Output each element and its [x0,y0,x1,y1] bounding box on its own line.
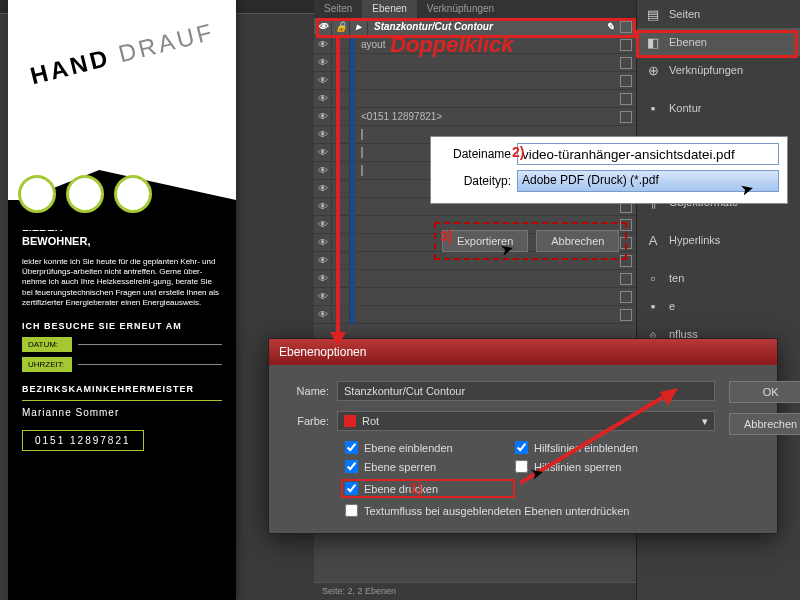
dlg-name-label: Name: [285,385,337,397]
export-filetype-select[interactable]: Adobe PDF (Druck) (*.pdf [517,170,779,192]
eye-icon[interactable]: 👁 [314,180,332,198]
tab-verknuepfungen[interactable]: Verknüpfungen [417,0,504,18]
doc-paragraph: leider konnte ich Sie heute für die gepl… [22,257,222,309]
eye-icon[interactable]: 👁 [314,54,332,72]
field-date: DATUM: [22,337,72,352]
ck-ebene-drucken[interactable]: Ebene drucken [341,479,515,498]
panel-icon: ▫ [645,270,661,286]
pen-icon[interactable]: ✎ [606,21,614,32]
dlg-name-input[interactable] [337,381,715,401]
panel-icon: ◧ [645,34,661,50]
layer-swatch[interactable] [620,309,632,321]
eye-icon[interactable]: 👁 [314,72,332,90]
layer-row[interactable]: 👁 [314,288,636,306]
eye-icon[interactable]: 👁 [314,252,332,270]
dlg-cancel-button[interactable]: Abbrechen [729,413,800,435]
panel-icon: A [645,232,661,248]
tab-ebenen[interactable]: Ebenen [362,0,416,18]
panel-e[interactable]: ▪e [637,292,800,320]
layer-row[interactable]: 👁 [314,270,636,288]
layer-swatch[interactable] [620,39,632,51]
eye-icon[interactable]: 👁 [314,36,332,54]
panel-label: Kontur [669,102,701,114]
eye-icon[interactable]: 👁 [314,234,332,252]
panel-hyperlinks[interactable]: AHyperlinks [637,226,800,254]
eye-icon[interactable]: 👁 [314,108,332,126]
field-time: UHRZEIT: [22,357,72,372]
ck-hilfslinien-sperren[interactable]: Hilfslinien sperren [515,460,715,473]
ck-ebene-einblenden[interactable]: Ebene einblenden [345,441,515,454]
layer-name: ayout [355,39,620,50]
eye-icon[interactable]: 👁 [314,270,332,288]
panel-kontur[interactable]: ▪Kontur [637,94,800,122]
doc-heading: LIEBER BEWOHNER, [22,220,222,249]
export-name-label: Dateiname [439,147,517,161]
eye-icon[interactable]: 👁 [314,216,332,234]
bubble-icon: ▦ [18,175,56,213]
export-dialog-fragment: Dateiname Dateityp: Adobe PDF (Druck) (*… [430,136,788,204]
layer-swatch[interactable] [620,273,632,285]
panel-verknüpfungen[interactable]: ⊕Verknüpfungen [637,56,800,84]
export-buttons: Exportieren Abbrechen [434,222,627,260]
ck-hilfslinien-einblenden[interactable]: Hilfslinien einblenden [515,441,715,454]
anno-1: 1) [410,480,422,496]
layer-swatch[interactable] [620,57,632,69]
panel-seiten[interactable]: ▤Seiten [637,0,800,28]
doc-title: HAND DRAUF [27,18,217,91]
layer-options-dialog: Ebenenoptionen Name: Farbe: Rot▾ Ebene e… [268,338,778,534]
layer-swatch[interactable] [361,147,363,158]
layer-row[interactable]: 👁 [314,72,636,90]
layer-name: <0151 12897821> [355,111,620,122]
panel-label: Hyperlinks [669,234,720,246]
layer-row[interactable]: 👁ayout [314,36,636,54]
panel-icon: ▪ [645,100,661,116]
panel-icon: ⊕ [645,62,661,78]
dialog-title: Ebenenoptionen [269,339,777,365]
ck-ebene-sperren[interactable]: Ebene sperren [345,460,515,473]
doc-again-label: ICH BESUCHE SIE ERNEUT AM [22,321,222,331]
doc-phone: 0151 12897821 [22,430,144,451]
layer-swatch[interactable] [361,165,363,176]
layer-swatch[interactable] [620,93,632,105]
layer-swatch[interactable] [620,111,632,123]
panel-label: Seiten [669,8,700,20]
layers-footer: Seite: 2, 2 Ebenen [314,582,636,600]
lock-icon[interactable]: 🔒 [332,18,350,36]
doc-role: BEZIRKSKAMINKEHRERMEISTER [22,384,222,394]
doc-name: Marianne Sommer [22,407,222,418]
layer-row[interactable]: 👁 [314,306,636,324]
layer-top-name: Stanzkontur/Cut Contour [368,21,606,32]
layer-row[interactable]: 👁 [314,54,636,72]
panel-ten[interactable]: ▫ten [637,264,800,292]
anno-2: 2) [512,144,524,160]
bubble-icon: ⟲ [66,175,104,213]
layer-row[interactable]: 👁 [314,90,636,108]
export-button[interactable]: Exportieren [442,230,528,252]
anno-3: 3) [440,228,452,244]
layer-row-top[interactable]: 👁 🔒 ▸ Stanzkontur/Cut Contour ✎ [314,18,636,36]
dlg-ok-button[interactable]: OK [729,381,800,403]
layer-swatch[interactable] [620,291,632,303]
panel-icon: ▪ [645,298,661,314]
export-filename-input[interactable] [517,143,779,165]
export-cancel-button[interactable]: Abbrechen [536,230,619,252]
eye-icon[interactable]: 👁 [314,288,332,306]
panel-label: e [669,300,675,312]
ck-textumfluss[interactable]: Textumfluss bei ausgeblendeten Ebenen un… [345,504,715,517]
eye-icon[interactable]: 👁 [314,162,332,180]
eye-icon[interactable]: 👁 [314,126,332,144]
eye-icon[interactable]: 👁 [314,306,332,324]
panel-ebenen[interactable]: ◧Ebenen [637,28,800,56]
panel-label: Verknüpfungen [669,64,743,76]
tab-seiten[interactable]: Seiten [314,0,362,18]
chevron-down-icon[interactable]: ▸ [350,18,368,36]
layer-swatch[interactable] [361,129,363,140]
dlg-farbe-select[interactable]: Rot▾ [337,411,715,431]
layer-swatch[interactable] [620,21,632,33]
eye-icon[interactable]: 👁 [314,198,332,216]
layer-swatch[interactable] [620,75,632,87]
eye-icon[interactable]: 👁 [314,18,332,36]
eye-icon[interactable]: 👁 [314,144,332,162]
eye-icon[interactable]: 👁 [314,90,332,108]
layer-row[interactable]: 👁<0151 12897821> [314,108,636,126]
